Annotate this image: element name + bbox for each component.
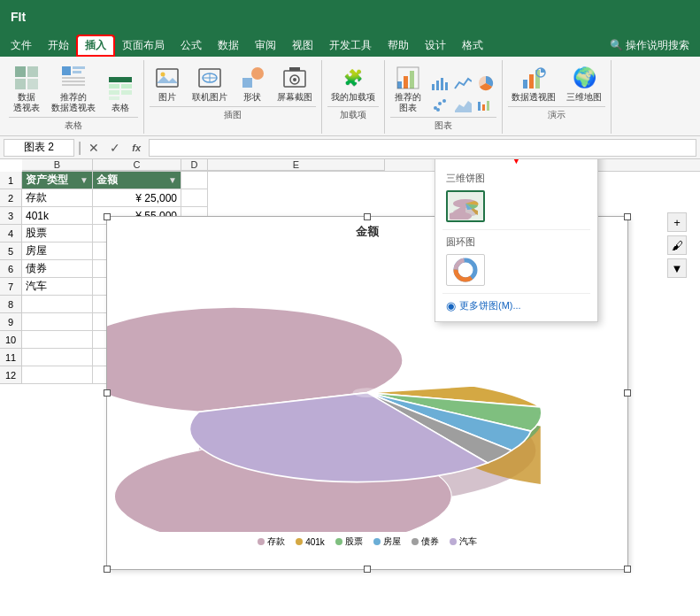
line-chart-button[interactable]	[452, 73, 473, 93]
recommend-pivot-label: 推荐的数据透视表	[51, 92, 96, 113]
svg-rect-2	[15, 79, 26, 89]
my-addins-label: 我的加载项	[331, 92, 375, 103]
handle-left[interactable]	[104, 389, 111, 397]
handle-top[interactable]	[364, 213, 371, 220]
chart-elements-button[interactable]: +	[667, 212, 687, 232]
svg-point-17	[161, 73, 165, 77]
ribbon-group-addins: 🧩 我的加载项 加载项	[322, 60, 385, 134]
handle-tl[interactable]	[104, 213, 111, 220]
recommend-chart-button[interactable]: 推荐的图表	[390, 62, 426, 115]
cell-D2[interactable]	[181, 189, 208, 207]
screenshot-button[interactable]: 屏幕截图	[273, 62, 316, 104]
filter-icon-B1[interactable]: ▼	[80, 175, 88, 185]
row-header-12: 12	[0, 366, 21, 384]
cell-B4[interactable]: 股票	[22, 225, 93, 243]
chart-side-buttons: + 🖌 ▼	[667, 212, 687, 278]
pivot-table-button[interactable]: 数据透视表	[9, 62, 44, 115]
menu-data[interactable]: 数据	[211, 36, 246, 55]
menu-page-layout[interactable]: 页面布局	[115, 36, 172, 55]
addins-group-label: 加载项	[327, 106, 379, 121]
cell-B3[interactable]: 401k	[22, 207, 93, 225]
table-button[interactable]: 表格	[103, 73, 138, 115]
table-icon	[106, 74, 135, 103]
handle-right[interactable]	[624, 389, 631, 397]
shape-icon	[238, 64, 266, 92]
cell-B7[interactable]: 汽车	[22, 278, 93, 296]
menu-view[interactable]: 视图	[285, 36, 320, 55]
pivot-chart-button[interactable]: 数据透视图	[508, 62, 559, 104]
col-header-D: D	[181, 159, 208, 171]
ribbon-group-charts: 推荐的图表	[385, 60, 503, 134]
dropdown-divider-2	[442, 293, 590, 294]
cell-B9[interactable]	[22, 313, 93, 331]
formula-input[interactable]	[149, 139, 696, 157]
svg-rect-8	[62, 81, 85, 82]
svg-rect-13	[109, 90, 119, 95]
image-icon	[153, 64, 181, 92]
more-charts-icon: ◉	[446, 299, 456, 312]
cancel-formula-icon[interactable]: ✕	[85, 139, 103, 157]
menu-design[interactable]: 设计	[418, 36, 453, 55]
svg-point-23	[251, 67, 264, 80]
col-header-B: B	[22, 159, 93, 171]
menu-review[interactable]: 审阅	[248, 36, 283, 55]
confirm-formula-icon[interactable]: ✓	[106, 139, 124, 157]
menu-developer[interactable]: 开发工具	[322, 36, 379, 55]
search-icon[interactable]: 🔍 操作说明搜索	[603, 36, 696, 55]
cell-B10[interactable]	[22, 331, 93, 349]
chart-filter-button[interactable]: ▼	[667, 258, 687, 278]
cell-B2[interactable]: 存款	[22, 189, 93, 207]
svg-rect-10	[109, 77, 132, 82]
dropdown-arrow: ▼	[442, 159, 590, 168]
online-image-button[interactable]: 联机图片	[188, 62, 231, 104]
menu-file[interactable]: 文件	[4, 36, 39, 55]
cell-B8[interactable]	[22, 296, 93, 313]
row-header-4: 4	[0, 225, 21, 243]
scatter-chart-button[interactable]	[429, 96, 450, 115]
menu-formula[interactable]: 公式	[173, 36, 209, 55]
name-box[interactable]: 图表 2	[4, 139, 74, 157]
menu-format[interactable]: 格式	[455, 36, 490, 55]
svg-point-38	[438, 102, 442, 105]
legend-dot-zhaiquan	[412, 538, 419, 545]
menu-home[interactable]: 开始	[41, 36, 76, 55]
svg-rect-14	[121, 90, 132, 95]
my-addins-button[interactable]: 🧩 我的加载项	[327, 62, 379, 104]
svg-rect-4	[62, 66, 71, 75]
3d-map-button[interactable]: 🌍 三维地图	[563, 62, 605, 104]
recommend-pivot-button[interactable]: 推荐的数据透视表	[48, 62, 99, 115]
bar-chart-button[interactable]	[429, 73, 450, 93]
image-button[interactable]: 图片	[150, 62, 185, 104]
donut-thumb-1[interactable]	[446, 254, 485, 286]
cell-B5[interactable]: 房屋	[22, 243, 93, 260]
cell-C1[interactable]: 金额 ▼	[93, 172, 181, 189]
shape-button[interactable]: 形状	[235, 62, 270, 104]
chart-legend: 存款 401k 股票 房屋	[107, 532, 627, 553]
menu-insert[interactable]: 插入	[78, 36, 113, 55]
chart-styles-button[interactable]: 🖌	[667, 235, 687, 255]
cell-D1[interactable]	[181, 172, 208, 189]
cell-B1[interactable]: 资产类型 ▼	[22, 172, 93, 189]
svg-rect-43	[487, 101, 489, 111]
ribbon-group-demo: 数据透视图 🌍 三维地图 演示	[503, 60, 612, 134]
more-charts-link[interactable]: ◉ 更多饼图(M)...	[442, 297, 590, 314]
pie-chart-button[interactable]	[475, 73, 496, 93]
insert-function-icon[interactable]: fx	[127, 139, 145, 157]
menu-help[interactable]: 帮助	[381, 36, 416, 55]
cell-B12[interactable]	[22, 366, 93, 384]
handle-bottom[interactable]	[364, 566, 371, 573]
area-chart-button[interactable]	[452, 96, 473, 115]
handle-br[interactable]	[624, 566, 631, 573]
cell-C2[interactable]: ¥ 25,000	[93, 189, 181, 207]
handle-bl[interactable]	[104, 566, 111, 573]
filter-icon-C1[interactable]: ▼	[168, 175, 177, 185]
pie3d-thumb-1[interactable]	[446, 190, 485, 222]
svg-rect-22	[242, 78, 252, 88]
cell-B6[interactable]: 债券	[22, 260, 93, 278]
3d-map-icon: 🌍	[570, 64, 598, 92]
handle-tr[interactable]	[624, 213, 631, 220]
pivot-chart-icon	[519, 64, 548, 92]
legend-item-gupiao: 股票	[335, 535, 363, 548]
cell-B11[interactable]	[22, 349, 93, 366]
waterfall-chart-button[interactable]	[475, 96, 496, 115]
